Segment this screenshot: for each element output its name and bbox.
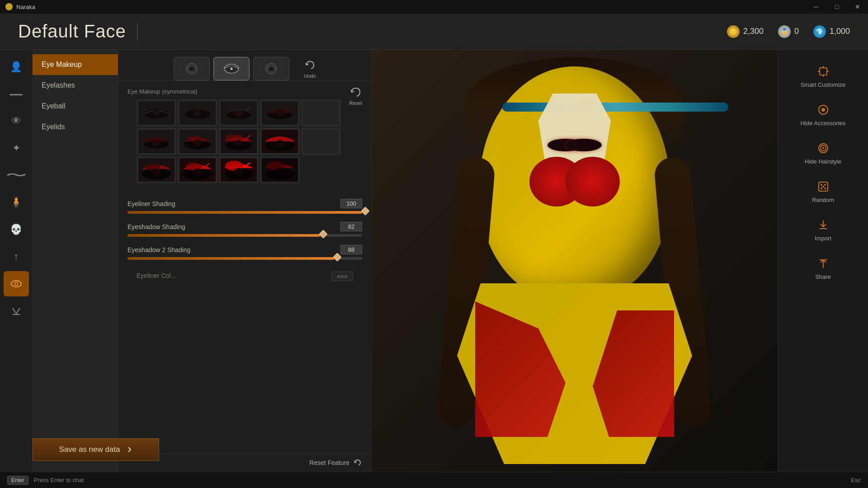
gold-amount: 2,300 xyxy=(743,27,764,36)
sidebar-icon-face[interactable]: 👤 xyxy=(4,54,29,80)
silver-icon: 🥇 xyxy=(778,25,791,38)
save-arrow-icon xyxy=(126,446,133,453)
svg-point-20 xyxy=(193,140,202,146)
currency-blue: 💎 1,000 xyxy=(813,25,850,38)
sidebar-icon-eyebrow[interactable]: — xyxy=(4,81,29,107)
makeup-option-12[interactable] xyxy=(219,156,259,183)
makeup-option-7[interactable] xyxy=(219,128,259,155)
svg-point-25 xyxy=(152,169,161,176)
hide-hairstyle-button[interactable]: Hide Hairstyle xyxy=(787,136,859,170)
tab-left-eye[interactable] xyxy=(174,57,210,80)
random-button[interactable]: Random xyxy=(787,174,859,209)
sidebar-icon-figure[interactable]: 🧍 xyxy=(4,190,29,215)
slider-eyeshadow2-shading: Eyeshadow 2 Shading 88 xyxy=(127,245,362,260)
makeup-option-1[interactable] xyxy=(178,99,217,127)
enter-key-label: Enter xyxy=(7,476,28,485)
app-name: Naraka xyxy=(16,4,35,10)
svg-point-27 xyxy=(193,169,202,176)
blue-amount: 1,000 xyxy=(830,27,850,36)
svg-point-45 xyxy=(821,188,822,189)
smart-customize-icon xyxy=(816,64,830,79)
makeup-option-11[interactable] xyxy=(178,156,217,183)
tab-center[interactable] xyxy=(213,57,250,80)
svg-point-46 xyxy=(824,188,826,189)
page-title: Default Face xyxy=(18,21,126,42)
svg-point-22 xyxy=(235,140,243,146)
sidebar-icon-arrowdn[interactable] xyxy=(4,298,29,324)
hide-hairstyle-icon xyxy=(816,141,830,155)
header-divider xyxy=(137,23,137,41)
makeup-option-6[interactable] xyxy=(178,128,217,155)
partial-slider: Eyeliner Col... ■■■ xyxy=(127,268,362,281)
svg-point-17 xyxy=(276,111,284,117)
makeup-option-4[interactable] xyxy=(301,99,341,127)
eyeshadow-value: 82 xyxy=(340,222,362,231)
svg-point-12 xyxy=(153,110,160,116)
editor-panel: Undo Eye Makeup (symmetrical) xyxy=(118,50,372,472)
svg-point-29 xyxy=(234,168,243,175)
window-controls: ─ □ ✕ xyxy=(806,0,868,14)
sidebar-icon-eye-active[interactable] xyxy=(4,271,29,296)
character-view xyxy=(372,50,778,472)
header: Default Face 🪙 2,300 🥇 0 💎 1,000 xyxy=(0,14,868,50)
makeup-grid xyxy=(127,99,344,183)
right-sidebar: Smart Customize Hide Accessories Hide Ha… xyxy=(778,50,868,472)
share-button[interactable]: Share xyxy=(787,251,859,286)
svg-point-41 xyxy=(822,147,824,149)
category-eye-makeup[interactable]: Eye Makeup xyxy=(33,54,118,75)
eyeshadow2-slider-track[interactable] xyxy=(127,257,362,260)
reset-button[interactable]: Reset xyxy=(349,86,362,106)
svg-rect-32 xyxy=(820,68,827,75)
close-button[interactable]: ✕ xyxy=(847,0,868,14)
hide-accessories-button[interactable]: Hide Accessories xyxy=(787,97,859,132)
sliders-area: Eyeliner Shading 100 Eyeshadow Shading 8… xyxy=(118,190,371,453)
share-icon xyxy=(816,256,830,271)
svg-point-43 xyxy=(821,184,822,186)
category-eyelashes[interactable]: Eyelashes xyxy=(33,75,118,96)
category-eyelids[interactable]: Eyelids xyxy=(33,117,118,137)
makeup-option-0[interactable] xyxy=(137,99,176,127)
currency-silver: 🥇 0 xyxy=(778,25,799,38)
maximize-button[interactable]: □ xyxy=(826,0,847,14)
blue-icon: 💎 xyxy=(813,25,826,38)
import-button[interactable]: Import xyxy=(787,212,859,247)
import-icon xyxy=(816,218,830,232)
svg-point-8 xyxy=(230,67,233,70)
smart-customize-button[interactable]: Smart Customize xyxy=(787,59,859,94)
tab-right-eye[interactable] xyxy=(253,57,289,80)
svg-point-38 xyxy=(821,108,825,112)
content-area: 👤 — 👁 ✦ 〜 🧍 💀 ↑ xyxy=(0,50,868,472)
svg-point-31 xyxy=(275,168,284,175)
makeup-option-10[interactable] xyxy=(137,156,176,183)
titlebar: Naraka ─ □ ✕ xyxy=(0,0,868,14)
undo-button[interactable]: Undo xyxy=(304,59,316,79)
tab-bar: Undo xyxy=(118,50,371,81)
makeup-option-3[interactable] xyxy=(260,99,300,127)
makeup-option-13[interactable] xyxy=(260,156,300,183)
app-icon xyxy=(5,3,13,10)
bottom-bar: Enter Press Enter to chat Esc xyxy=(0,472,868,488)
sidebar-icon-arrowup[interactable]: ↑ xyxy=(4,244,29,269)
sidebar-icon-eye[interactable]: 👁 xyxy=(4,108,29,134)
partial-value: ■■■ xyxy=(331,272,353,281)
bottom-hint: Press Enter to chat xyxy=(34,477,84,483)
minimize-button[interactable]: ─ xyxy=(806,0,826,14)
makeup-option-9[interactable] xyxy=(301,128,341,155)
slider-eyeliner-shading: Eyeliner Shading 100 xyxy=(127,199,362,214)
svg-point-14 xyxy=(194,111,201,116)
svg-point-18 xyxy=(152,140,160,146)
left-sidebar: 👤 — 👁 ✦ 〜 🧍 💀 ↑ xyxy=(0,50,33,472)
section-header: Eye Makeup (symmetrical) xyxy=(118,81,371,99)
makeup-option-2[interactable] xyxy=(219,99,259,127)
makeup-option-5[interactable] xyxy=(137,128,176,155)
eyeliner-slider-track[interactable] xyxy=(127,211,362,214)
sidebar-icon-skull[interactable]: 💀 xyxy=(4,217,29,242)
category-eyeball[interactable]: Eyeball xyxy=(33,96,118,117)
svg-point-16 xyxy=(235,111,242,116)
makeup-option-8[interactable] xyxy=(260,128,300,155)
save-button-area: Save as new data xyxy=(33,438,159,461)
eyeshadow-slider-track[interactable] xyxy=(127,234,362,237)
sidebar-icon-star[interactable]: ✦ xyxy=(4,136,29,161)
sidebar-icon-wave[interactable]: 〜 xyxy=(0,163,42,188)
save-new-data-button[interactable]: Save as new data xyxy=(33,438,159,461)
